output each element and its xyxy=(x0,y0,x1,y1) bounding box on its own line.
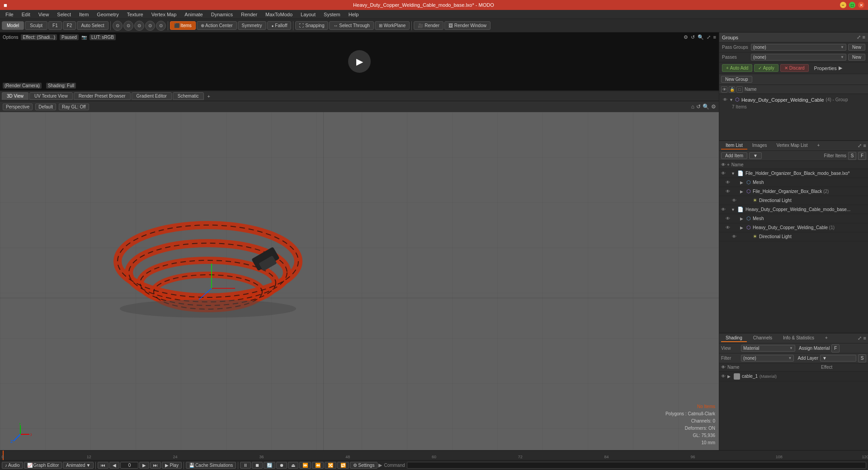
viewport-search-icon[interactable]: 🔍 xyxy=(703,103,709,110)
transport-btn-3[interactable]: 🔄 xyxy=(264,462,275,469)
zoom-icon[interactable]: 🔍 xyxy=(698,34,704,40)
passes-dropdown[interactable]: (none) ▼ xyxy=(751,54,846,61)
auto-select-button[interactable]: Auto Select xyxy=(77,21,108,30)
command-input[interactable] xyxy=(407,462,866,469)
filter-s-button[interactable]: S xyxy=(848,152,856,160)
tab-gradient-editor[interactable]: Gradient Editor xyxy=(132,92,172,100)
symmetry-button[interactable]: Symmetry xyxy=(238,21,266,30)
workplane-button[interactable]: ⊞ WorkPlane xyxy=(375,21,410,30)
transport-btn-6[interactable]: ⏩ xyxy=(299,462,311,469)
menu-select[interactable]: Select xyxy=(53,11,75,18)
settings-button-transport[interactable]: ⚙ Settings xyxy=(350,462,377,469)
eye-icon-dlight-1[interactable]: 👁 xyxy=(732,234,738,239)
eye-icon-0[interactable]: 👁 xyxy=(721,171,727,176)
filter-f-button[interactable]: F xyxy=(858,152,866,160)
viewport-home-icon[interactable]: ⌂ xyxy=(691,103,694,110)
properties-expand-icon[interactable]: ▶ xyxy=(839,65,842,71)
menu-maxtomodo[interactable]: MaxToModo xyxy=(262,11,296,18)
menu-dynamics[interactable]: Dynamics xyxy=(208,11,236,18)
select-through-button[interactable]: ↔ Select Through xyxy=(329,21,373,30)
groups-expand-icon[interactable]: ⤢ xyxy=(857,34,861,40)
transport-btn-1[interactable]: ⏸ xyxy=(240,462,251,469)
passes-new-button[interactable]: New xyxy=(848,54,865,61)
close-button[interactable]: ✕ xyxy=(858,2,864,8)
prev-frame-button[interactable]: ◀ xyxy=(109,462,119,469)
maximize-button[interactable]: □ xyxy=(849,2,855,8)
apply-button[interactable]: ✓ Apply xyxy=(754,64,778,72)
menu-system[interactable]: System xyxy=(320,11,344,18)
shading-tab-channels[interactable]: Channels xyxy=(749,334,777,342)
add-layer-dropdown[interactable]: ▼ xyxy=(820,355,856,362)
tab-images[interactable]: Images xyxy=(748,142,772,150)
menu-geometry[interactable]: Geometry xyxy=(93,11,122,18)
item-hdcwc-root[interactable]: 👁 ▼ 📄 Heavy_Duty_Copper_Welding_Cable_mo… xyxy=(719,205,868,214)
minimize-button[interactable]: − xyxy=(840,2,846,8)
item-mesh-0[interactable]: 👁 ▶ ⬡ Mesh xyxy=(719,178,868,187)
shading-item-cable1[interactable]: 👁 ▶ cable_1 (Material) xyxy=(719,371,868,381)
eye-icon-hdcwc[interactable]: 👁 xyxy=(721,207,727,212)
item-list-more-icon[interactable]: ≡ xyxy=(863,143,866,149)
sculpt-mode-button[interactable]: Sculpt xyxy=(25,21,47,30)
tab-render-preset-browser[interactable]: Render Preset Browser xyxy=(74,92,131,100)
shape-btn-5[interactable]: ⊙ xyxy=(156,21,166,31)
transport-btn-2[interactable]: ⏹ xyxy=(252,462,263,469)
transport-btn-5[interactable]: ⏏ xyxy=(288,462,298,469)
menu-file[interactable]: File xyxy=(2,11,17,18)
discard-button[interactable]: ✕ Discard xyxy=(780,64,809,72)
settings-icon[interactable]: ⚙ xyxy=(684,34,688,40)
expand-hdcwc[interactable]: ▼ xyxy=(731,207,736,212)
render-window-button[interactable]: 🖼 Render Window xyxy=(444,21,491,30)
menu-animate[interactable]: Animate xyxy=(181,11,206,18)
render-button[interactable]: 🎥 Render xyxy=(414,21,443,30)
menu-help[interactable]: Help xyxy=(345,11,363,18)
frame-field[interactable] xyxy=(120,462,138,469)
add-layer-s-button[interactable]: S xyxy=(858,354,866,362)
shape-btn-1[interactable]: ⊙ xyxy=(113,21,123,31)
animated-button[interactable]: Animated ▼ xyxy=(63,462,94,469)
perspective-button[interactable]: Perspective xyxy=(3,103,33,110)
mat-expand-icon[interactable]: ▶ xyxy=(727,374,732,379)
tab-uv-texture-view[interactable]: UV Texture View xyxy=(29,92,73,100)
menu-edit[interactable]: Edit xyxy=(18,11,34,18)
pass-groups-new-button[interactable]: New xyxy=(848,44,865,51)
play-button[interactable]: ▶ xyxy=(348,50,371,73)
col-render-icon[interactable]: □ xyxy=(736,86,743,93)
new-group-button[interactable]: New Group xyxy=(721,76,752,83)
transport-btn-8[interactable]: 🔀 xyxy=(325,462,336,469)
audio-button[interactable]: ♪ Audio xyxy=(2,462,23,469)
shading-tab-shading[interactable]: Shading xyxy=(721,334,747,342)
camera-label[interactable]: (Render Camera) xyxy=(3,83,42,89)
transport-btn-7[interactable]: ⏪ xyxy=(312,462,324,469)
shape-btn-3[interactable]: ⊙ xyxy=(134,21,144,31)
item-mesh-hdcwc[interactable]: 👁 ▶ ⬡ Mesh xyxy=(719,214,868,223)
cache-simulations-button[interactable]: 💾 Cache Simulations xyxy=(186,462,236,469)
eye-icon-mesh-0[interactable]: 👁 xyxy=(726,180,732,185)
item-dlight-1[interactable]: 👁 ▶ ☀ Directional Light xyxy=(719,232,868,241)
shading-tab-add[interactable]: + xyxy=(821,334,832,342)
next-frame-button[interactable]: ▶ xyxy=(139,462,149,469)
filter-dropdown[interactable]: (none) ▼ xyxy=(741,355,794,362)
transport-btn-9[interactable]: 🔁 xyxy=(337,462,349,469)
timeline-ruler[interactable]: 0 12 24 36 48 60 72 84 96 108 120 xyxy=(3,451,865,460)
add-item-button[interactable]: Add Item xyxy=(721,152,747,159)
tab-schematic[interactable]: Schematic xyxy=(173,92,204,100)
falloff-button[interactable]: ⬥ Falloff xyxy=(267,21,292,30)
play-button-transport[interactable]: ▶ Play xyxy=(162,462,181,469)
menu-texture[interactable]: Texture xyxy=(123,11,147,18)
eye-icon-mesh-hdcwc[interactable]: 👁 xyxy=(726,216,732,221)
item-file-holder-root[interactable]: 👁 ▼ 📄 File_Holder_Organizer_Box_Black_mo… xyxy=(719,169,868,178)
expand-icon[interactable]: ⤢ xyxy=(707,34,711,40)
viewport-settings-icon[interactable]: ⚙ xyxy=(711,103,716,110)
model-mode-button[interactable]: Model xyxy=(2,21,24,30)
item-list-expand-icon[interactable]: ⤢ xyxy=(858,143,862,149)
group-item-cable[interactable]: 👁 ▼ ⬡ Heavy_Duty_Copper_Welding_Cable (4… xyxy=(721,96,866,103)
more-icon[interactable]: ≡ xyxy=(713,34,716,40)
eye-icon-fhob[interactable]: 👁 xyxy=(726,189,732,194)
tab-add-list[interactable]: + xyxy=(813,142,825,150)
shape-btn-4[interactable]: ⊙ xyxy=(145,21,155,31)
expand-mesh-hdcwc[interactable]: ▶ xyxy=(740,216,745,221)
menu-vertex-map[interactable]: Vertex Map xyxy=(148,11,180,18)
assign-material-f-button[interactable]: F xyxy=(831,344,840,352)
items-button[interactable]: ⬛ Items xyxy=(170,21,196,30)
col-lock-icon[interactable]: 🔒 xyxy=(729,86,735,93)
